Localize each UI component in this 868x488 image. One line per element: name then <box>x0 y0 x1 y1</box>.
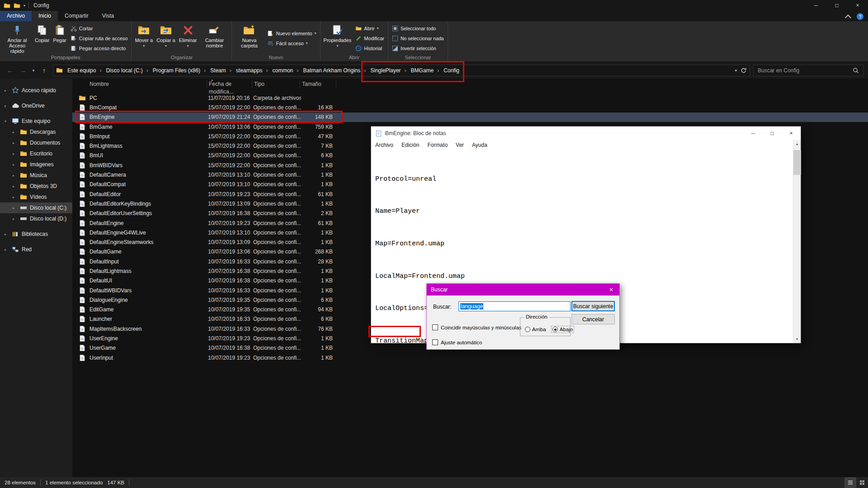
address-field[interactable]: Este equipo Disco local (C:) Program Fil… <box>53 65 750 76</box>
folder-icon[interactable] <box>14 2 20 9</box>
tab-inicio[interactable]: Inicio <box>32 11 58 21</box>
expand-chevron-icon[interactable] <box>5 248 9 252</box>
cancel-button[interactable]: Cancelar <box>571 314 615 324</box>
sidebar-item[interactable]: Música <box>0 170 72 181</box>
paste-button[interactable]: Pegar <box>51 22 68 54</box>
move-to-button[interactable]: Mover a <box>133 22 155 54</box>
tab-vista[interactable]: Vista <box>95 11 121 21</box>
invert-selection-button[interactable]: Invertir selección <box>392 44 444 52</box>
copy-path-button[interactable]: Copiar ruta de acceso <box>71 34 128 42</box>
breadcrumb-item[interactable]: Disco local (C:) <box>98 67 144 74</box>
find-next-button[interactable]: Buscar siguiente <box>571 301 615 311</box>
radio-icon[interactable] <box>525 327 530 332</box>
breadcrumb-item[interactable]: Config <box>435 67 461 74</box>
back-button[interactable]: ← <box>5 65 16 76</box>
expand-chevron-icon[interactable] <box>5 119 9 123</box>
breadcrumb-item[interactable]: common <box>264 67 295 74</box>
edit-button[interactable]: Modificar <box>355 34 384 42</box>
maximize-button[interactable]: □ <box>826 0 847 11</box>
notepad-maximize-button[interactable]: □ <box>763 127 782 140</box>
notepad-menu-item[interactable]: Edición <box>397 142 423 148</box>
column-header-fecha[interactable]: Fecha de modifica... <box>207 80 252 88</box>
sidebar-item[interactable]: Objetos 3D <box>0 181 72 192</box>
delete-button[interactable]: Eliminar <box>177 22 199 54</box>
checkbox-icon[interactable] <box>432 324 438 330</box>
notepad-close-button[interactable]: × <box>782 127 801 140</box>
copy-to-button[interactable]: Copiar a <box>155 22 177 54</box>
sidebar-item[interactable]: Este equipo <box>0 116 72 127</box>
sidebar-item[interactable]: Acceso rápido <box>0 85 72 96</box>
sidebar-item[interactable]: Documentos <box>0 137 72 148</box>
notepad-menu-item[interactable]: Archivo <box>371 142 397 148</box>
table-row[interactable]: UserInput 10/07/2019 19:23 Opciones de c… <box>72 353 868 362</box>
column-header-tipo[interactable]: Tipo <box>252 80 300 88</box>
tab-compartir[interactable]: Compartir <box>58 11 95 21</box>
scrollbar-thumb[interactable] <box>793 150 801 175</box>
breadcrumb-item[interactable]: steamapps <box>228 67 264 74</box>
collapse-ribbon-icon[interactable] <box>845 14 851 21</box>
expand-chevron-icon[interactable] <box>13 217 17 221</box>
details-view-button[interactable] <box>844 477 856 488</box>
cut-button[interactable]: Cortar <box>71 24 128 33</box>
forward-button[interactable]: → <box>17 65 28 76</box>
breadcrumb-item[interactable]: Batman Arkham Origins <box>295 67 363 74</box>
expand-chevron-icon[interactable] <box>5 232 9 236</box>
breadcrumb-item[interactable]: SinglePlayer <box>362 67 402 74</box>
help-icon[interactable]: ? <box>857 13 863 20</box>
recent-locations-dropdown-icon[interactable] <box>30 65 37 76</box>
column-header-nombre[interactable]: Nombre <box>79 80 207 88</box>
expand-chevron-icon[interactable] <box>13 163 17 167</box>
breadcrumb-item[interactable]: Steam <box>202 67 228 74</box>
qat-dropdown-icon[interactable]: ▾ <box>24 4 25 8</box>
new-folder-button[interactable]: Nueva carpeta <box>233 22 265 54</box>
column-header-tamano[interactable]: Tamaño <box>300 80 336 88</box>
expand-chevron-icon[interactable] <box>13 130 17 134</box>
tab-archivo[interactable]: Archivo <box>0 11 32 21</box>
notepad-scrollbar[interactable]: ▲ ▼ <box>793 140 801 343</box>
thumbnails-view-button[interactable] <box>856 477 868 488</box>
pin-quick-access-button[interactable]: Anclar al Acceso rápido <box>1 22 33 54</box>
rename-button[interactable]: Cambiar nombre <box>198 22 230 54</box>
table-row[interactable]: BmCompat 15/07/2019 22:00 Opciones de co… <box>72 103 868 112</box>
wrap-around-checkbox[interactable]: Ajuste automático <box>432 339 482 345</box>
easy-access-button[interactable]: Fácil acceso <box>267 39 316 47</box>
sidebar-item[interactable]: Descargas <box>0 127 72 137</box>
expand-chevron-icon[interactable] <box>13 195 17 199</box>
notepad-minimize-button[interactable]: ─ <box>744 127 763 140</box>
breadcrumb-item[interactable]: Program Files (x86) <box>145 67 202 74</box>
sidebar-item[interactable]: Disco local (C:) <box>0 202 72 213</box>
address-dropdown-icon[interactable] <box>735 68 737 73</box>
scroll-down-icon[interactable]: ▼ <box>793 335 801 343</box>
breadcrumb-item[interactable]: BMGame <box>403 67 436 74</box>
find-dialog-close-button[interactable]: × <box>603 284 619 296</box>
table-row[interactable]: PC 11/07/2019 20:16 Carpeta de archivos <box>72 93 868 103</box>
expand-chevron-icon[interactable] <box>13 152 17 156</box>
properties-button[interactable]: Propiedades <box>322 22 354 54</box>
new-item-button[interactable]: Nuevo elemento <box>267 29 316 38</box>
expand-chevron-icon[interactable] <box>5 104 9 108</box>
notepad-menu-item[interactable]: Ver <box>452 142 468 148</box>
sidebar-item[interactable]: OneDrive <box>0 100 72 111</box>
search-input[interactable]: Buscar en Config <box>753 65 863 76</box>
checkbox-icon[interactable] <box>432 339 438 345</box>
expand-chevron-icon[interactable] <box>13 206 17 210</box>
sidebar-item[interactable]: Red <box>0 244 72 255</box>
history-button[interactable]: Historial <box>355 44 384 52</box>
expand-chevron-icon[interactable] <box>13 184 17 188</box>
sidebar-item[interactable]: Imágenes <box>0 159 72 170</box>
find-input[interactable]: language <box>458 301 571 311</box>
open-button[interactable]: Abrir <box>355 24 384 33</box>
sidebar-item[interactable]: Escritorio <box>0 148 72 159</box>
copy-button[interactable]: Copiar <box>33 22 51 54</box>
direction-up-radio[interactable]: Arriba <box>524 326 547 333</box>
expand-chevron-icon[interactable] <box>13 174 17 178</box>
sidebar-item[interactable]: Vídeos <box>0 192 72 202</box>
radio-selected-icon[interactable] <box>552 327 558 332</box>
paste-shortcut-button[interactable]: Pegar acceso directo <box>71 44 128 52</box>
up-button[interactable]: ↑ <box>38 65 50 76</box>
sidebar-item[interactable]: Bibliotecas <box>0 229 72 239</box>
minimize-button[interactable]: ─ <box>806 0 826 11</box>
expand-chevron-icon[interactable] <box>5 89 9 93</box>
refresh-icon[interactable] <box>741 67 747 74</box>
select-none-button[interactable]: No seleccionar nada <box>392 34 444 42</box>
